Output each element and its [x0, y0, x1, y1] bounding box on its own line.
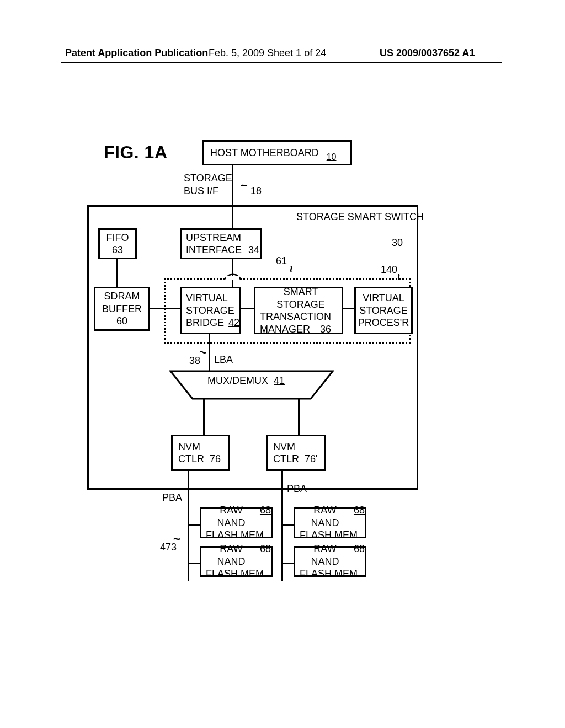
nvm1-ref: 76 [210, 453, 221, 465]
nvm2-l1: NVM [273, 441, 295, 453]
nvm1-l2: CTLR [178, 453, 204, 465]
hop-mask [226, 276, 239, 280]
header-middle: Feb. 5, 2009 Sheet 1 of 24 [209, 47, 326, 59]
conn-b1a [188, 524, 200, 526]
conn-b2a [281, 524, 294, 526]
switch-title: STORAGE SMART SWITCH [296, 211, 424, 223]
pba-label-2: PBA [287, 483, 307, 495]
tilde-61: ~ [284, 266, 298, 273]
smart-storage-transaction-manager-box: SMART STORAGE TRANSACTION MANAGER 36 [254, 287, 343, 334]
vsp-l1: VIRTUAL [363, 292, 404, 304]
conn-mux-nvm1 [203, 398, 205, 435]
conn-nvm1-down [188, 471, 189, 581]
vsp-l3: PROCES'R [358, 317, 409, 329]
conn-mux-nvm2 [298, 398, 300, 435]
raw-nand-1a-box: RAW NAND 68 FLASH MEM [200, 507, 273, 538]
nvm2-l2: CTLR [273, 453, 299, 465]
sstm-ref: 36 [320, 323, 331, 336]
header-right: US 2009/0037652 A1 [380, 47, 475, 59]
upstream-l2: INTERFACE [186, 244, 242, 256]
conn-fifo-sdram [116, 259, 118, 287]
pba-label-1: PBA [162, 492, 182, 504]
virtual-storage-bridge-box: VIRTUAL STORAGE BRIDGE 42 [180, 287, 241, 334]
ref-38: 38 [189, 355, 200, 367]
fifo-box: FIFO 63 [98, 228, 137, 259]
fifo-title: FIFO [106, 232, 129, 244]
sdram-ref: 60 [116, 315, 127, 328]
figure-label: FIG. 1A [104, 142, 168, 163]
upstream-interface-box: UPSTREAM INTERFACE 34 [180, 228, 262, 259]
nvm2-ref: 76' [305, 453, 317, 465]
switch-ref: 30 [392, 237, 403, 249]
conn-b2b [281, 563, 294, 564]
sdram-l2: BUFFER [102, 303, 142, 315]
conn-sstm-vsp [343, 308, 354, 309]
ref-473: 473 [160, 542, 177, 553]
storage-bus-l2: BUS I/F [184, 185, 218, 197]
header-left: Patent Application Publication [65, 47, 208, 59]
vsb-ref: 42 [228, 317, 239, 329]
fifo-ref: 63 [112, 244, 123, 256]
vsb-l3: BRIDGE [186, 317, 224, 329]
upstream-l1: UPSTREAM [186, 232, 241, 244]
sstm-l1: SMART STORAGE [260, 286, 342, 311]
host-motherboard-box: HOST MOTHERBOARD 10 [202, 140, 352, 165]
nvm-ctlr-1-box: NVM CTLR 76 [171, 435, 230, 471]
bus-ref: 18 [250, 185, 262, 197]
vsp-l2: STORAGE [359, 304, 408, 317]
host-ref: 10 [327, 152, 337, 163]
conn-upstream-into-vsb [232, 280, 233, 287]
upstream-ref: 34 [248, 244, 259, 256]
raw-nand-2b-box: RAW NAND 68 FLASH MEM [294, 546, 366, 577]
conn-b1b [188, 563, 200, 564]
storage-bus-l1: STORAGE [184, 173, 232, 184]
lba-label: LBA [214, 354, 233, 366]
host-title: HOST MOTHERBOARD [210, 147, 319, 159]
sstm-l3: MANAGER [260, 323, 310, 336]
vsb-l1: VIRTUAL [186, 292, 228, 304]
vsb-l2: STORAGE [186, 304, 234, 317]
virtual-storage-processor-box: VIRTUAL STORAGE PROCES'R [354, 287, 413, 334]
page-root: Patent Application Publication Feb. 5, 2… [0, 0, 565, 728]
tilde-18: ~ [241, 179, 248, 193]
sdram-l1: SDRAM [104, 290, 140, 303]
conn-vsb-down [209, 334, 210, 372]
nvm-ctlr-2-box: NVM CTLR 76' [266, 435, 326, 471]
sdram-buffer-box: SDRAM BUFFER 60 [94, 287, 150, 331]
mux-title: MUX/DEMUX 41 [207, 375, 285, 387]
conn-nvm2-down [281, 471, 283, 581]
header-rule [61, 62, 502, 63]
conn-sdram-vsb [150, 308, 180, 309]
raw-nand-1b-box: RAW NAND 68 FLASH MEM [200, 546, 273, 577]
sstm-l2: TRANSACTION [260, 311, 331, 323]
conn-vsb-sstm [241, 308, 254, 309]
nvm1-l1: NVM [178, 441, 200, 453]
raw-nand-2a-box: RAW NAND 68 FLASH MEM [294, 507, 366, 538]
